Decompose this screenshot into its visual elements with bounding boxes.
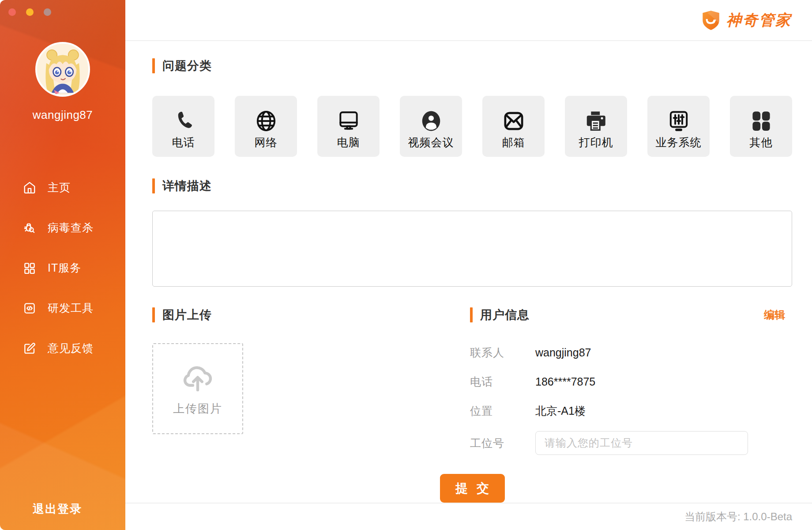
sidebar-item-feedback[interactable]: 意见反馈: [23, 341, 125, 356]
sidebar-item-virus-scan[interactable]: 病毒查杀: [23, 220, 125, 235]
zoom-window-button[interactable]: [44, 8, 51, 16]
upload-section-title: 图片上传: [162, 307, 212, 323]
category-label: 电脑: [337, 135, 360, 150]
sidebar-item-label: 研发工具: [48, 301, 94, 315]
code-square-icon: [23, 302, 36, 315]
content: 问题分类 电话: [125, 41, 812, 503]
section-accent-bar: [152, 58, 155, 73]
category-label: 打印机: [579, 135, 613, 150]
sidebar-item-label: 主页: [48, 180, 71, 195]
field-contact: 联系人 wangjing87: [470, 338, 792, 367]
field-location: 位置 北京-A1楼: [470, 396, 792, 425]
main-area: 神奇管家 问题分类 电话: [125, 0, 812, 530]
category-section-title: 问题分类: [162, 58, 212, 74]
user-info-section: 用户信息 编辑 联系人 wangjing87 电话 186****7875: [470, 307, 792, 461]
field-label: 联系人: [470, 345, 535, 360]
category-section-header: 问题分类: [152, 58, 792, 74]
category-tile-other[interactable]: 其他: [730, 96, 792, 157]
field-workstation: 工位号: [470, 425, 792, 461]
field-value: 186****7875: [535, 375, 595, 388]
globe-icon: [253, 108, 279, 134]
person-badge-icon: [418, 108, 444, 134]
user-section-header: 用户信息 编辑: [470, 307, 792, 323]
footer: 当前版本号: 1.0.0-Beta: [125, 503, 812, 530]
squares-icon: [748, 108, 774, 134]
field-value: 北京-A1楼: [535, 404, 586, 418]
bottom-panels: 图片上传 上传图片 用户信息 编辑: [152, 307, 792, 461]
monitor-icon: [336, 108, 361, 134]
logout-button[interactable]: 退出登录: [33, 501, 82, 517]
avatar-illustration: [37, 44, 88, 95]
upload-section-header: 图片上传: [152, 307, 470, 323]
username: wangjing87: [33, 108, 93, 122]
mail-icon: [501, 108, 526, 134]
category-tile-network[interactable]: 网络: [235, 96, 297, 157]
upload-section: 图片上传 上传图片: [152, 307, 470, 461]
field-label: 电话: [470, 375, 535, 389]
sidebar-menu: 主页 病毒查杀 IT服务: [0, 180, 125, 356]
avatar[interactable]: [35, 42, 90, 97]
window-controls: [8, 8, 51, 16]
submit-button[interactable]: 提 交: [440, 474, 505, 503]
category-label: 其他: [750, 135, 773, 150]
topbar: 神奇管家: [125, 0, 812, 41]
submit-row: 提 交: [152, 474, 792, 503]
category-label: 网络: [255, 135, 278, 150]
field-phone: 电话 186****7875: [470, 367, 792, 396]
sidebar: wangjing87 主页 病毒查杀: [0, 0, 125, 530]
home-icon: [23, 181, 36, 194]
brand: 神奇管家: [700, 9, 792, 31]
sidebar-item-label: IT服务: [48, 261, 81, 275]
brand-name: 神奇管家: [726, 10, 792, 30]
printer-icon: [583, 108, 609, 134]
category-tile-video-meeting[interactable]: 视频会议: [400, 96, 462, 157]
minimize-window-button[interactable]: [26, 8, 34, 16]
brand-shield-icon: [700, 9, 722, 31]
user-fields: 联系人 wangjing87 电话 186****7875 位置 北京-A1楼: [470, 338, 792, 461]
category-tile-phone[interactable]: 电话: [152, 96, 214, 157]
section-accent-bar: [152, 178, 155, 193]
category-label: 视频会议: [408, 135, 454, 150]
profile: wangjing87: [0, 42, 125, 122]
category-label: 电话: [172, 135, 195, 150]
detail-textarea[interactable]: [152, 211, 792, 287]
cloud-upload-icon: [181, 361, 214, 395]
edit-square-icon: [23, 342, 36, 355]
category-label: 邮箱: [502, 135, 525, 150]
category-tile-business-system[interactable]: 业务系统: [647, 96, 710, 157]
sidebar-item-home[interactable]: 主页: [23, 180, 125, 195]
grid-icon: [23, 261, 36, 275]
workstation-input[interactable]: [535, 431, 748, 455]
system-sliders-icon: [666, 108, 692, 134]
close-window-button[interactable]: [8, 8, 16, 16]
category-tile-printer[interactable]: 打印机: [565, 96, 627, 157]
version-text: 当前版本号: 1.0.0-Beta: [684, 510, 792, 524]
phone-icon: [171, 108, 196, 134]
upload-dropzone[interactable]: 上传图片: [152, 343, 243, 434]
user-section-title: 用户信息: [480, 307, 530, 323]
upload-label: 上传图片: [173, 401, 222, 416]
detail-section-title: 详情描述: [162, 178, 212, 194]
detail-section-header: 详情描述: [152, 178, 792, 194]
app-window: wangjing87 主页 病毒查杀: [0, 0, 812, 530]
category-tiles: 电话 网络: [152, 96, 792, 157]
category-tile-computer[interactable]: 电脑: [317, 96, 380, 157]
field-value: wangjing87: [535, 346, 591, 359]
section-accent-bar: [470, 307, 473, 322]
sidebar-item-it-services[interactable]: IT服务: [23, 261, 125, 275]
sidebar-item-label: 意见反馈: [48, 341, 94, 356]
category-label: 业务系统: [656, 135, 702, 150]
category-tile-mail[interactable]: 邮箱: [482, 96, 545, 157]
sidebar-item-dev-tools[interactable]: 研发工具: [23, 301, 125, 315]
field-label: 工位号: [470, 436, 535, 450]
bug-scan-icon: [23, 221, 36, 235]
section-accent-bar: [152, 307, 155, 322]
edit-user-info-link[interactable]: 编辑: [764, 308, 785, 322]
field-label: 位置: [470, 404, 535, 418]
sidebar-item-label: 病毒查杀: [48, 220, 94, 235]
